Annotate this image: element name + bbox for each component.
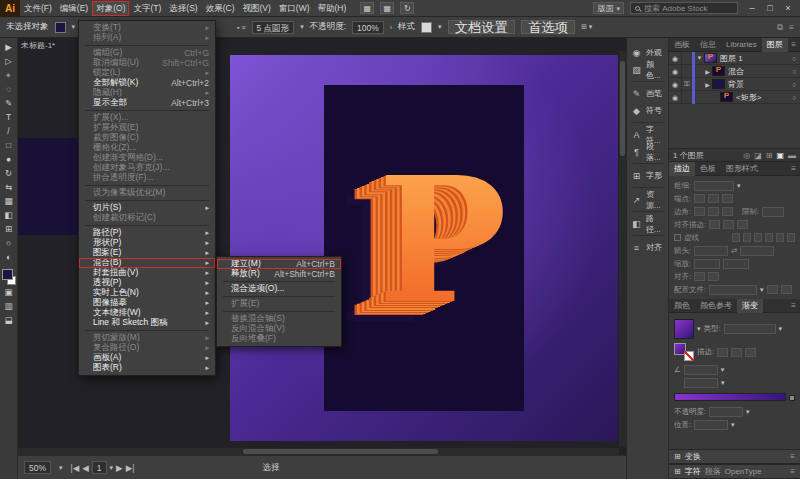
limit-input[interactable]: [762, 207, 784, 217]
visibility-eye-icon[interactable]: ◉: [669, 65, 682, 78]
next-artboard-button[interactable]: ▶: [116, 463, 123, 473]
layer-row[interactable]: ◉▶P混合○: [669, 65, 800, 78]
tab-opentype[interactable]: OpenType: [725, 467, 762, 476]
last-artboard-button[interactable]: ▶|: [126, 463, 135, 473]
arrow-align-end-button[interactable]: [708, 272, 719, 281]
poster-rectangle[interactable]: PPPPPPPPPPPPPPP: [324, 85, 524, 411]
chevron-down-icon[interactable]: ▾: [438, 23, 442, 31]
layer-name[interactable]: <矩形>: [736, 92, 788, 103]
menu-item[interactable]: 混合选项(O)...: [217, 284, 341, 294]
menubar-item-3[interactable]: 文字(T): [129, 1, 165, 16]
chevron-down-icon[interactable]: ▾: [72, 23, 76, 31]
layer-row[interactable]: ◉▼P图层 1○: [669, 52, 800, 65]
panel-button-brushes[interactable]: ✎画笔: [627, 85, 668, 102]
arrange-documents-icon[interactable]: ▦: [360, 2, 374, 14]
width-profile-dropdown[interactable]: [709, 285, 757, 295]
new-layer-icon[interactable]: ▣: [776, 151, 784, 160]
paintbrush-tool[interactable]: ●: [2, 153, 16, 166]
width-tool[interactable]: ⇆: [2, 181, 16, 194]
tab-character[interactable]: 字符: [685, 466, 701, 477]
lasso-tool[interactable]: ◌: [2, 83, 16, 96]
transform-panel-bar[interactable]: ⊞ 变换 ≡: [669, 449, 800, 464]
stroke-across-button[interactable]: [745, 348, 756, 357]
menu-item[interactable]: 显示全部Alt+Ctrl+3: [79, 98, 215, 108]
tab-渐变[interactable]: 渐变: [737, 299, 763, 313]
tab-画板[interactable]: 画板: [669, 38, 695, 52]
align-inside-button[interactable]: [723, 220, 734, 229]
rectangle-tool[interactable]: □: [2, 139, 16, 152]
zoom-level-dropdown[interactable]: 50%: [24, 461, 51, 474]
new-sublayer-icon[interactable]: ⊞: [766, 151, 773, 160]
bevel-join-button[interactable]: [722, 207, 733, 216]
close-button[interactable]: ×: [780, 2, 796, 15]
stock-search-input[interactable]: 搜索 Adobe Stock: [630, 2, 738, 14]
fill-stroke-control[interactable]: [2, 269, 16, 285]
panel-menu-icon[interactable]: ≡: [791, 301, 800, 310]
draw-normal-icon[interactable]: ▣: [2, 286, 16, 299]
align-options-icon[interactable]: ⊞ ▾: [581, 23, 592, 31]
layer-name[interactable]: 混合: [728, 66, 788, 77]
panel-button-align[interactable]: ≡对齐: [627, 239, 668, 256]
menu-item[interactable]: 拼合透明度(F)...: [79, 173, 215, 183]
disclosure-triangle-icon[interactable]: ▶: [703, 81, 712, 88]
aspect-ratio-input[interactable]: [684, 378, 718, 388]
direct-selection-tool[interactable]: ▷: [2, 55, 16, 68]
preferences-button[interactable]: 首选项: [521, 20, 575, 34]
tab-描边[interactable]: 描边: [669, 162, 695, 176]
disclosure-triangle-icon[interactable]: ▼: [695, 55, 704, 61]
stroke-along-button[interactable]: [731, 348, 742, 357]
layer-name[interactable]: 图层 1: [720, 53, 788, 64]
tab-信息[interactable]: 信息: [695, 38, 721, 52]
menubar-item-4[interactable]: 选择(S): [165, 1, 201, 16]
miter-join-button[interactable]: [694, 207, 705, 216]
artboard-number-dropdown[interactable]: 1: [92, 461, 107, 474]
dashed-line-checkbox[interactable]: [674, 234, 681, 241]
panel-button-symbols[interactable]: ◆符号: [627, 102, 668, 119]
vertical-scrollbar[interactable]: [619, 51, 626, 447]
gradient-type-dropdown[interactable]: [724, 324, 776, 334]
visibility-eye-icon[interactable]: ◉: [669, 78, 682, 91]
stroke-none-proxy[interactable]: [684, 351, 694, 361]
control-menu-icon[interactable]: ≡: [789, 22, 794, 33]
lock-icon[interactable]: ⚿: [682, 80, 692, 88]
gradient-tool[interactable]: ◧: [2, 209, 16, 222]
fill-color-swatch[interactable]: [2, 269, 13, 280]
tab-图层[interactable]: 图层: [762, 38, 788, 52]
fill-stroke-proxy[interactable]: [674, 343, 694, 361]
chevron-right-icon[interactable]: ›: [390, 24, 392, 31]
screen-mode-icon[interactable]: ⬓: [2, 314, 16, 327]
chevron-down-icon[interactable]: ▾: [300, 23, 304, 31]
brush-definition-dropdown[interactable]: 5 点圆形: [252, 21, 295, 34]
draw-behind-icon[interactable]: ▥: [2, 300, 16, 313]
tab-paragraph[interactable]: 段落: [705, 466, 721, 477]
stroke-weight-input[interactable]: [694, 181, 734, 191]
panel-menu-icon[interactable]: ≡: [790, 467, 795, 476]
pen-tool[interactable]: ✎: [2, 97, 16, 110]
target-circle-icon[interactable]: ○: [788, 55, 800, 62]
fill-color-swatch[interactable]: [55, 22, 66, 33]
arrow-end-dropdown[interactable]: [740, 246, 774, 256]
layer-row[interactable]: ◉⚿▶背景○: [669, 78, 800, 91]
menu-item[interactable]: 创建裁切标记(C): [79, 213, 215, 223]
gradient-location-dropdown[interactable]: [694, 420, 728, 430]
menubar-item-6[interactable]: 视图(V): [239, 1, 275, 16]
layer-row[interactable]: ◉P<矩形>○: [669, 91, 800, 104]
make-clipping-mask-icon[interactable]: ◪: [754, 151, 762, 160]
gradient-angle-input[interactable]: [684, 365, 718, 375]
prev-artboard-button[interactable]: ◀: [82, 463, 89, 473]
share-icon[interactable]: ↻: [400, 2, 414, 14]
align-outside-button[interactable]: [737, 220, 748, 229]
tab-图形样式[interactable]: 图形样式: [721, 162, 763, 176]
gradient-slider[interactable]: [674, 393, 786, 401]
panel-button-color-guide[interactable]: ▧颜色...: [627, 61, 668, 78]
zoom-tool[interactable]: ◐: [2, 251, 16, 264]
mesh-tool[interactable]: ▦: [2, 195, 16, 208]
panel-button-pathfinder[interactable]: ◧路径...: [627, 215, 668, 232]
document-tab[interactable]: 未标题-1*: [21, 40, 55, 51]
type-panels-bar[interactable]: ⊞ 字符 段落 OpenType ≡: [669, 464, 800, 479]
stroke-within-button[interactable]: [717, 348, 728, 357]
horizontal-scrollbar[interactable]: [18, 448, 619, 455]
round-join-button[interactable]: [708, 207, 719, 216]
panel-button-glyphs[interactable]: ⊞字形: [627, 167, 668, 184]
gradient-swatch[interactable]: [674, 319, 694, 339]
